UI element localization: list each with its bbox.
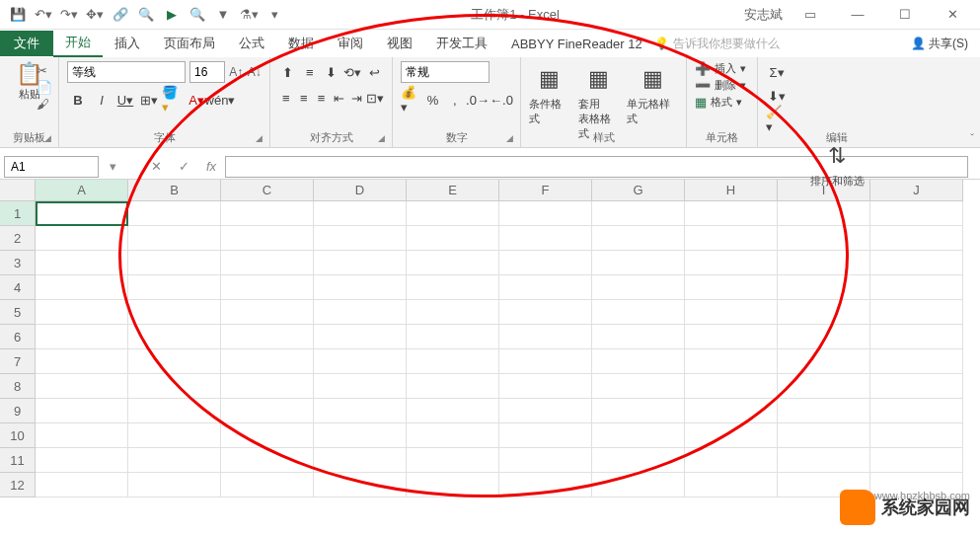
file-tab[interactable]: 文件: [0, 31, 53, 56]
cell[interactable]: [870, 201, 963, 226]
cell[interactable]: [314, 374, 407, 399]
cell[interactable]: [407, 423, 499, 448]
cell[interactable]: [407, 374, 499, 399]
cell[interactable]: [685, 374, 778, 399]
cell[interactable]: [778, 448, 870, 473]
cell[interactable]: [592, 473, 685, 497]
cell[interactable]: [407, 325, 499, 349]
cell[interactable]: [128, 448, 221, 473]
cell[interactable]: [499, 423, 592, 448]
qat-zoom-button[interactable]: 🔍: [186, 3, 209, 27]
cell[interactable]: [36, 251, 128, 275]
underline-button[interactable]: U▾: [114, 89, 136, 111]
cell[interactable]: [128, 423, 221, 448]
cell[interactable]: [407, 349, 499, 374]
decrease-indent-button[interactable]: ⇤: [331, 87, 346, 109]
increase-font-button[interactable]: A↑: [229, 61, 244, 83]
cell[interactable]: [592, 423, 685, 448]
format-painter-button[interactable]: 🖌: [37, 97, 52, 112]
cell[interactable]: [499, 251, 592, 275]
undo-button[interactable]: ↶▾: [32, 3, 55, 27]
collapse-ribbon-button[interactable]: ˇ: [970, 132, 974, 144]
col-header-F[interactable]: F: [499, 180, 592, 201]
qat-more-button[interactable]: ⚗▾: [237, 3, 261, 27]
qat-touch-button[interactable]: ✥▾: [83, 3, 107, 27]
cell[interactable]: [870, 423, 963, 448]
qat-filter-button[interactable]: ▼: [211, 3, 235, 27]
cell[interactable]: [407, 300, 499, 325]
cell[interactable]: [128, 275, 221, 300]
cell[interactable]: [592, 226, 685, 251]
cell[interactable]: [128, 226, 221, 251]
cell[interactable]: [592, 325, 685, 349]
bold-button[interactable]: B: [67, 89, 89, 111]
cell[interactable]: [778, 226, 870, 251]
row-header-12[interactable]: 12: [0, 473, 36, 497]
qat-preview-button[interactable]: 🔍: [134, 3, 158, 27]
minimize-button[interactable]: —: [838, 3, 877, 27]
cell[interactable]: [685, 201, 778, 226]
cell[interactable]: [314, 399, 407, 423]
cell[interactable]: [778, 399, 870, 423]
font-size-input[interactable]: [189, 61, 225, 83]
align-left-button[interactable]: ≡: [278, 87, 294, 109]
cell[interactable]: [685, 251, 778, 275]
delete-cells-button[interactable]: ➖删除 ▾: [695, 78, 749, 93]
cell[interactable]: [221, 399, 314, 423]
cell[interactable]: [36, 275, 128, 300]
cell[interactable]: [870, 399, 963, 423]
align-top-button[interactable]: ⬆: [278, 61, 298, 83]
tab-insert[interactable]: 插入: [103, 31, 152, 56]
decrease-font-button[interactable]: A↓: [248, 61, 263, 83]
cell[interactable]: [870, 275, 963, 300]
cell[interactable]: [778, 201, 870, 226]
qat-run-button[interactable]: ▶: [160, 3, 184, 27]
cell[interactable]: [870, 374, 963, 399]
cell[interactable]: [314, 349, 407, 374]
tab-data[interactable]: 数据: [276, 31, 326, 56]
cell[interactable]: [778, 251, 870, 275]
col-header-D[interactable]: D: [314, 180, 407, 201]
row-header-7[interactable]: 7: [0, 349, 36, 374]
cell[interactable]: [221, 325, 314, 349]
cell[interactable]: [499, 349, 592, 374]
cell[interactable]: [592, 201, 685, 226]
tab-abbyy[interactable]: ABBYY FineReader 12: [499, 33, 654, 55]
increase-indent-button[interactable]: ⇥: [348, 87, 364, 109]
tell-me-search[interactable]: 💡 告诉我你想要做什么: [654, 36, 780, 52]
cancel-formula-button[interactable]: ✕: [142, 156, 170, 178]
cell[interactable]: [592, 448, 685, 473]
qat-share-button[interactable]: 🔗: [109, 3, 132, 27]
redo-button[interactable]: ↷▾: [57, 3, 81, 27]
cell[interactable]: [36, 399, 128, 423]
cell[interactable]: [499, 399, 592, 423]
cell[interactable]: [685, 300, 778, 325]
cell[interactable]: [407, 275, 499, 300]
align-bottom-button[interactable]: ⬇: [322, 61, 341, 83]
cell[interactable]: [592, 251, 685, 275]
cell[interactable]: [314, 201, 407, 226]
cell[interactable]: [36, 201, 128, 226]
cell[interactable]: [685, 325, 778, 349]
fill-button[interactable]: ⬇▾: [766, 85, 788, 107]
share-button[interactable]: 👤 共享(S): [911, 36, 968, 52]
tab-review[interactable]: 审阅: [326, 31, 375, 56]
format-cells-button[interactable]: ▦格式 ▾: [695, 95, 749, 110]
name-box[interactable]: A1: [4, 156, 99, 178]
orientation-button[interactable]: ⟲▾: [342, 61, 362, 83]
cell[interactable]: [128, 349, 221, 374]
enter-formula-button[interactable]: ✓: [170, 156, 197, 178]
font-name-input[interactable]: [67, 61, 186, 83]
row-header-3[interactable]: 3: [0, 251, 36, 275]
cell[interactable]: [499, 374, 592, 399]
save-button[interactable]: 💾: [6, 3, 30, 27]
cell[interactable]: [778, 349, 870, 374]
cell[interactable]: [870, 226, 963, 251]
phonetic-button[interactable]: wén▾: [209, 89, 231, 111]
number-dialog-launcher[interactable]: ◢: [506, 133, 518, 145]
cell[interactable]: [314, 473, 407, 497]
cell[interactable]: [685, 423, 778, 448]
cell[interactable]: [592, 349, 685, 374]
font-dialog-launcher[interactable]: ◢: [256, 133, 267, 145]
align-right-button[interactable]: ≡: [314, 87, 330, 109]
